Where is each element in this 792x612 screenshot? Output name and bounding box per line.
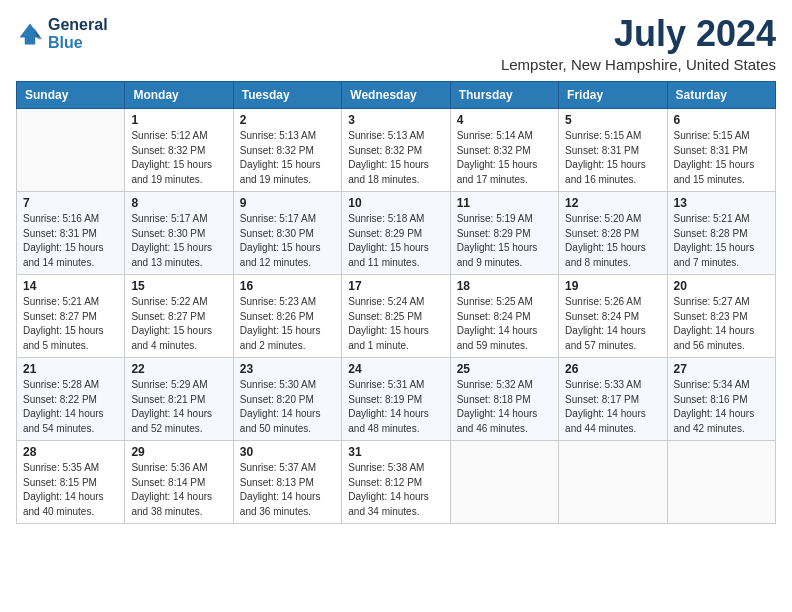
calendar-cell <box>450 441 558 524</box>
logo: General Blue <box>16 16 108 51</box>
calendar-cell <box>17 109 125 192</box>
logo-blue: Blue <box>48 34 108 52</box>
calendar-week-row: 21Sunrise: 5:28 AM Sunset: 8:22 PM Dayli… <box>17 358 776 441</box>
calendar-cell: 5Sunrise: 5:15 AM Sunset: 8:31 PM Daylig… <box>559 109 667 192</box>
day-info: Sunrise: 5:38 AM Sunset: 8:12 PM Dayligh… <box>348 461 443 519</box>
day-number: 21 <box>23 362 118 376</box>
calendar-cell: 24Sunrise: 5:31 AM Sunset: 8:19 PM Dayli… <box>342 358 450 441</box>
day-info: Sunrise: 5:33 AM Sunset: 8:17 PM Dayligh… <box>565 378 660 436</box>
calendar-cell: 30Sunrise: 5:37 AM Sunset: 8:13 PM Dayli… <box>233 441 341 524</box>
day-number: 20 <box>674 279 769 293</box>
calendar-cell: 17Sunrise: 5:24 AM Sunset: 8:25 PM Dayli… <box>342 275 450 358</box>
day-number: 26 <box>565 362 660 376</box>
day-number: 1 <box>131 113 226 127</box>
day-number: 25 <box>457 362 552 376</box>
day-info: Sunrise: 5:30 AM Sunset: 8:20 PM Dayligh… <box>240 378 335 436</box>
day-info: Sunrise: 5:20 AM Sunset: 8:28 PM Dayligh… <box>565 212 660 270</box>
day-number: 11 <box>457 196 552 210</box>
calendar-cell: 27Sunrise: 5:34 AM Sunset: 8:16 PM Dayli… <box>667 358 775 441</box>
day-info: Sunrise: 5:21 AM Sunset: 8:27 PM Dayligh… <box>23 295 118 353</box>
day-info: Sunrise: 5:26 AM Sunset: 8:24 PM Dayligh… <box>565 295 660 353</box>
weekday-header-cell: Friday <box>559 82 667 109</box>
calendar-cell: 25Sunrise: 5:32 AM Sunset: 8:18 PM Dayli… <box>450 358 558 441</box>
day-info: Sunrise: 5:13 AM Sunset: 8:32 PM Dayligh… <box>348 129 443 187</box>
calendar-cell: 9Sunrise: 5:17 AM Sunset: 8:30 PM Daylig… <box>233 192 341 275</box>
day-info: Sunrise: 5:16 AM Sunset: 8:31 PM Dayligh… <box>23 212 118 270</box>
day-info: Sunrise: 5:31 AM Sunset: 8:19 PM Dayligh… <box>348 378 443 436</box>
day-info: Sunrise: 5:14 AM Sunset: 8:32 PM Dayligh… <box>457 129 552 187</box>
calendar-cell: 15Sunrise: 5:22 AM Sunset: 8:27 PM Dayli… <box>125 275 233 358</box>
calendar-week-row: 7Sunrise: 5:16 AM Sunset: 8:31 PM Daylig… <box>17 192 776 275</box>
day-number: 7 <box>23 196 118 210</box>
calendar-cell: 26Sunrise: 5:33 AM Sunset: 8:17 PM Dayli… <box>559 358 667 441</box>
calendar-cell: 23Sunrise: 5:30 AM Sunset: 8:20 PM Dayli… <box>233 358 341 441</box>
calendar-cell <box>559 441 667 524</box>
day-info: Sunrise: 5:37 AM Sunset: 8:13 PM Dayligh… <box>240 461 335 519</box>
title-block: July 2024 Lempster, New Hampshire, Unite… <box>501 16 776 73</box>
day-number: 16 <box>240 279 335 293</box>
day-number: 27 <box>674 362 769 376</box>
logo-general: General <box>48 16 108 34</box>
day-info: Sunrise: 5:24 AM Sunset: 8:25 PM Dayligh… <box>348 295 443 353</box>
day-number: 19 <box>565 279 660 293</box>
calendar-cell: 2Sunrise: 5:13 AM Sunset: 8:32 PM Daylig… <box>233 109 341 192</box>
day-info: Sunrise: 5:17 AM Sunset: 8:30 PM Dayligh… <box>240 212 335 270</box>
weekday-header-cell: Thursday <box>450 82 558 109</box>
day-number: 24 <box>348 362 443 376</box>
weekday-header-row: SundayMondayTuesdayWednesdayThursdayFrid… <box>17 82 776 109</box>
calendar-week-row: 28Sunrise: 5:35 AM Sunset: 8:15 PM Dayli… <box>17 441 776 524</box>
calendar-cell: 21Sunrise: 5:28 AM Sunset: 8:22 PM Dayli… <box>17 358 125 441</box>
calendar-cell: 4Sunrise: 5:14 AM Sunset: 8:32 PM Daylig… <box>450 109 558 192</box>
calendar-cell: 13Sunrise: 5:21 AM Sunset: 8:28 PM Dayli… <box>667 192 775 275</box>
day-number: 23 <box>240 362 335 376</box>
day-number: 6 <box>674 113 769 127</box>
day-info: Sunrise: 5:36 AM Sunset: 8:14 PM Dayligh… <box>131 461 226 519</box>
weekday-header-cell: Saturday <box>667 82 775 109</box>
calendar-table: SundayMondayTuesdayWednesdayThursdayFrid… <box>16 81 776 524</box>
day-info: Sunrise: 5:23 AM Sunset: 8:26 PM Dayligh… <box>240 295 335 353</box>
day-number: 9 <box>240 196 335 210</box>
calendar-cell: 28Sunrise: 5:35 AM Sunset: 8:15 PM Dayli… <box>17 441 125 524</box>
calendar-cell: 20Sunrise: 5:27 AM Sunset: 8:23 PM Dayli… <box>667 275 775 358</box>
day-number: 2 <box>240 113 335 127</box>
day-info: Sunrise: 5:13 AM Sunset: 8:32 PM Dayligh… <box>240 129 335 187</box>
day-info: Sunrise: 5:22 AM Sunset: 8:27 PM Dayligh… <box>131 295 226 353</box>
calendar-cell: 19Sunrise: 5:26 AM Sunset: 8:24 PM Dayli… <box>559 275 667 358</box>
day-info: Sunrise: 5:35 AM Sunset: 8:15 PM Dayligh… <box>23 461 118 519</box>
day-number: 17 <box>348 279 443 293</box>
calendar-cell: 11Sunrise: 5:19 AM Sunset: 8:29 PM Dayli… <box>450 192 558 275</box>
day-info: Sunrise: 5:34 AM Sunset: 8:16 PM Dayligh… <box>674 378 769 436</box>
location-title: Lempster, New Hampshire, United States <box>501 56 776 73</box>
weekday-header-cell: Tuesday <box>233 82 341 109</box>
calendar-body: 1Sunrise: 5:12 AM Sunset: 8:32 PM Daylig… <box>17 109 776 524</box>
calendar-cell: 6Sunrise: 5:15 AM Sunset: 8:31 PM Daylig… <box>667 109 775 192</box>
day-info: Sunrise: 5:17 AM Sunset: 8:30 PM Dayligh… <box>131 212 226 270</box>
calendar-cell: 7Sunrise: 5:16 AM Sunset: 8:31 PM Daylig… <box>17 192 125 275</box>
day-info: Sunrise: 5:28 AM Sunset: 8:22 PM Dayligh… <box>23 378 118 436</box>
weekday-header-cell: Monday <box>125 82 233 109</box>
day-info: Sunrise: 5:25 AM Sunset: 8:24 PM Dayligh… <box>457 295 552 353</box>
calendar-cell: 22Sunrise: 5:29 AM Sunset: 8:21 PM Dayli… <box>125 358 233 441</box>
page-header: General Blue July 2024 Lempster, New Ham… <box>16 16 776 73</box>
calendar-cell: 31Sunrise: 5:38 AM Sunset: 8:12 PM Dayli… <box>342 441 450 524</box>
day-number: 31 <box>348 445 443 459</box>
calendar-cell <box>667 441 775 524</box>
day-number: 29 <box>131 445 226 459</box>
calendar-cell: 3Sunrise: 5:13 AM Sunset: 8:32 PM Daylig… <box>342 109 450 192</box>
weekday-header-cell: Wednesday <box>342 82 450 109</box>
day-info: Sunrise: 5:12 AM Sunset: 8:32 PM Dayligh… <box>131 129 226 187</box>
calendar-cell: 1Sunrise: 5:12 AM Sunset: 8:32 PM Daylig… <box>125 109 233 192</box>
month-title: July 2024 <box>501 16 776 52</box>
calendar-week-row: 14Sunrise: 5:21 AM Sunset: 8:27 PM Dayli… <box>17 275 776 358</box>
calendar-cell: 16Sunrise: 5:23 AM Sunset: 8:26 PM Dayli… <box>233 275 341 358</box>
logo-text: General Blue <box>48 16 108 51</box>
day-number: 15 <box>131 279 226 293</box>
calendar-cell: 12Sunrise: 5:20 AM Sunset: 8:28 PM Dayli… <box>559 192 667 275</box>
day-number: 18 <box>457 279 552 293</box>
day-number: 28 <box>23 445 118 459</box>
calendar-week-row: 1Sunrise: 5:12 AM Sunset: 8:32 PM Daylig… <box>17 109 776 192</box>
day-info: Sunrise: 5:18 AM Sunset: 8:29 PM Dayligh… <box>348 212 443 270</box>
calendar-cell: 18Sunrise: 5:25 AM Sunset: 8:24 PM Dayli… <box>450 275 558 358</box>
calendar-cell: 29Sunrise: 5:36 AM Sunset: 8:14 PM Dayli… <box>125 441 233 524</box>
day-info: Sunrise: 5:32 AM Sunset: 8:18 PM Dayligh… <box>457 378 552 436</box>
